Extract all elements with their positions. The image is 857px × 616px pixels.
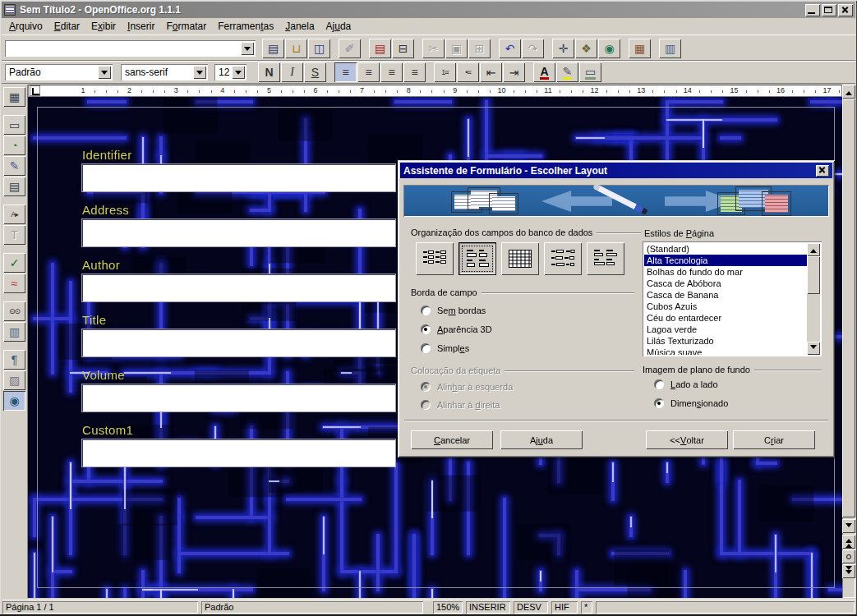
increase-indent-icon[interactable]: ⇥: [503, 62, 525, 82]
font-size-combobox[interactable]: 12: [214, 64, 247, 80]
gallery-icon[interactable]: ▦: [629, 39, 651, 58]
selection-mode-indicator[interactable]: DESV: [514, 601, 548, 614]
font-name-combobox[interactable]: sans-serif: [121, 64, 208, 80]
edit-file-icon[interactable]: ✐: [339, 39, 361, 58]
chevron-down-icon[interactable]: [98, 66, 111, 79]
insert-object-icon[interactable]: ◔: [3, 136, 25, 155]
style-list-item[interactable]: Lagoa verde: [644, 324, 807, 335]
style-list-item[interactable]: Alta Tecnologia: [644, 255, 807, 266]
scrollbar-thumb[interactable]: [842, 99, 855, 517]
data-sources-icon[interactable]: ▥: [659, 39, 681, 58]
radio-tiled[interactable]: Lado a lado: [654, 379, 718, 390]
menu-item-arquivo[interactable]: Arquivo: [3, 19, 48, 34]
close-button[interactable]: [838, 4, 853, 16]
layout-columnar-labels-left-button[interactable]: [416, 242, 454, 275]
print-icon[interactable]: ⊟: [392, 39, 414, 58]
form-text-input[interactable]: [82, 274, 395, 301]
cancel-button[interactable]: Cancelar: [411, 430, 493, 449]
insert-form-icon[interactable]: ▤: [3, 177, 25, 196]
menu-item-ferramentas[interactable]: Ferramentas: [212, 19, 279, 34]
font-color-icon[interactable]: A: [533, 62, 555, 82]
radio-scaled[interactable]: Dimensionado: [654, 398, 728, 409]
background-color-icon[interactable]: ▭: [579, 62, 601, 82]
page-styles-listbox[interactable]: (Standard)Alta TecnologiaBolhas do fundo…: [643, 241, 822, 356]
page-style-indicator[interactable]: Padrão: [201, 601, 423, 614]
paragraph-style-combobox[interactable]: Padrão: [5, 64, 113, 80]
layout-as-data-sheet-button[interactable]: [501, 242, 539, 275]
undo-icon[interactable]: ↶: [499, 39, 521, 58]
images-onoff-icon[interactable]: ▨: [3, 370, 25, 390]
create-button[interactable]: Criar: [733, 430, 815, 449]
spellcheck-icon[interactable]: ✓: [3, 253, 25, 273]
style-list-item[interactable]: Música suave: [644, 347, 807, 355]
scroll-down-button[interactable]: [807, 342, 820, 355]
style-list-item[interactable]: Casca de Abóbora: [644, 278, 807, 289]
highlighting-icon[interactable]: ✎: [556, 62, 578, 82]
zoom-indicator[interactable]: 150%: [433, 601, 463, 614]
insert-frame-icon[interactable]: ▭: [3, 115, 25, 135]
style-list-item[interactable]: Bolhas do fundo do mar: [644, 266, 807, 278]
decrease-indent-icon[interactable]: ⇤: [480, 62, 502, 82]
draw-functions-icon[interactable]: ✎: [3, 156, 25, 176]
navigation-button[interactable]: [842, 549, 855, 563]
align-right-icon[interactable]: ≡: [380, 62, 403, 82]
horizontal-ruler[interactable]: 123456789101112131415161718: [28, 85, 842, 97]
menu-item-editar[interactable]: Editar: [48, 19, 85, 34]
open-folder-icon[interactable]: ⊔: [285, 39, 307, 58]
scroll-down-button[interactable]: [842, 519, 855, 533]
url-combobox[interactable]: [5, 40, 256, 57]
bold-icon[interactable]: N: [258, 62, 280, 82]
tab-stop-selector[interactable]: [30, 85, 40, 96]
page-indicator[interactable]: Página 1 / 1: [2, 601, 198, 614]
chevron-down-icon[interactable]: [241, 42, 254, 55]
stylist-icon[interactable]: ❖: [575, 39, 597, 58]
style-list-item[interactable]: Lilás Texturizado: [644, 335, 807, 347]
export-pdf-icon[interactable]: ▤: [369, 39, 391, 58]
find-replace-icon[interactable]: ⊙⊙: [3, 301, 25, 321]
paste-icon[interactable]: ⊞: [468, 39, 491, 58]
redo-icon[interactable]: ↷: [522, 39, 544, 58]
list-scrollbar[interactable]: [807, 243, 820, 355]
insert-table-icon[interactable]: ▦: [3, 87, 25, 107]
hyphenation-indicator[interactable]: HIF: [551, 601, 578, 614]
menu-item-formatar[interactable]: Formatar: [160, 19, 212, 34]
form-text-input[interactable]: [82, 329, 395, 356]
hyperlink-icon[interactable]: ◉: [598, 39, 620, 58]
cut-icon[interactable]: ✂: [422, 39, 445, 58]
save-icon[interactable]: ◫: [308, 39, 330, 58]
italic-icon[interactable]: I: [281, 62, 303, 82]
style-list-item[interactable]: (Standard): [644, 243, 807, 255]
style-list-item[interactable]: Céu do entardecer: [644, 312, 807, 324]
radio-no-borders[interactable]: Sem bordas: [421, 305, 486, 316]
chevron-down-icon[interactable]: [193, 66, 206, 79]
form-text-input[interactable]: [82, 384, 395, 411]
form-text-input[interactable]: [82, 219, 395, 246]
scroll-up-button[interactable]: [842, 85, 855, 99]
numbered-list-icon[interactable]: 1≡: [434, 62, 456, 82]
next-page-button[interactable]: [842, 564, 855, 578]
menu-item-janela[interactable]: Janela: [279, 19, 320, 34]
underline-icon[interactable]: S: [304, 62, 326, 82]
bullet-list-icon[interactable]: •≡: [457, 62, 479, 82]
online-layout-icon[interactable]: ◉: [3, 391, 25, 411]
auto-spellcheck-icon[interactable]: ≈: [3, 274, 25, 293]
data-sources-icon[interactable]: ▥: [3, 322, 25, 342]
style-list-item[interactable]: Casca de Banana: [644, 289, 807, 301]
dialog-title-bar[interactable]: Assistente de Formulário - Escolher Layo…: [400, 163, 832, 178]
layout-in-blocks-labels-left-button[interactable]: [544, 242, 582, 275]
align-center-icon[interactable]: ≡: [357, 62, 380, 82]
menu-item-inserir[interactable]: Inserir: [122, 19, 160, 34]
radio-3d-look[interactable]: Aparência 3D: [421, 324, 492, 335]
menu-item-ajuda[interactable]: Ajuda: [320, 19, 357, 34]
nonprinting-characters-icon[interactable]: ¶: [3, 350, 25, 370]
navigator-icon[interactable]: ✛: [552, 39, 574, 58]
form-text-input[interactable]: [82, 439, 395, 467]
scroll-up-button[interactable]: [807, 243, 820, 256]
style-list-item[interactable]: Cubos Azuis: [644, 301, 807, 312]
menu-item-exibir[interactable]: Exibir: [85, 19, 122, 34]
copy-icon[interactable]: ▣: [445, 39, 468, 58]
previous-page-button[interactable]: [842, 535, 855, 549]
vertical-scrollbar[interactable]: [842, 85, 855, 598]
radio-flat[interactable]: Simples: [421, 342, 469, 354]
insert-mode-indicator[interactable]: INSERIR: [466, 601, 510, 614]
